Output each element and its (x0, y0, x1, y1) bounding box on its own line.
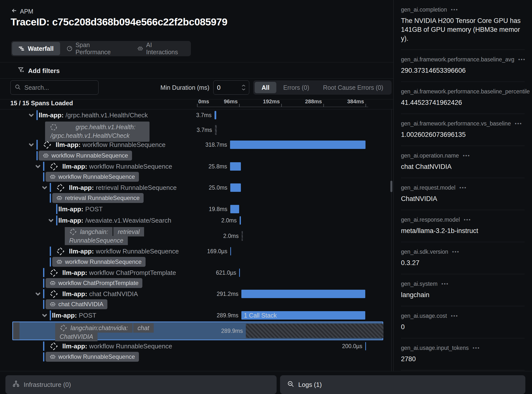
caret-down-icon[interactable] (35, 291, 41, 297)
attribute-options-button[interactable]: ••• (441, 281, 449, 287)
span-bar[interactable] (215, 125, 217, 135)
span-bar[interactable] (242, 231, 243, 241)
span-color-tick (50, 257, 51, 267)
span-bar[interactable] (240, 216, 241, 225)
segment-label: Errors (0) (283, 84, 309, 91)
resource-pill-label: chat ChatNVIDIA (58, 301, 103, 308)
span-bar[interactable] (215, 111, 216, 119)
axis-tick (323, 104, 324, 107)
waterfall-span-row[interactable]: llm-app:workflow RunnableSequence 169.0µ… (0, 246, 393, 257)
caret-down-icon[interactable] (28, 142, 34, 148)
span-color-tick (50, 183, 51, 192)
tab-waterfall[interactable]: Waterfall (12, 42, 60, 55)
attribute-options-button[interactable]: ••• (459, 185, 467, 191)
span-bar[interactable]: 1 Call Stack (241, 311, 365, 320)
back-link[interactable]: APM (11, 7, 33, 15)
caret-down-icon (28, 112, 34, 118)
waterfall-span-row[interactable]: llm-app:workflow RunnableSequence 200.0µ… (0, 341, 393, 352)
span-bar[interactable] (230, 141, 366, 149)
back-label: APM (20, 8, 33, 15)
caret-down-icon[interactable] (35, 163, 41, 169)
caret-down-icon[interactable] (42, 312, 48, 318)
waterfall-span-row[interactable]: llm-app:workflow RunnableSequence 25.8ms (0, 161, 393, 172)
waterfall-span-row[interactable]: llm-app:chat ChatNVIDIA 291.2ms (0, 288, 393, 299)
attribute-options-button[interactable]: ••• (518, 57, 526, 62)
attribute-options-button[interactable]: ••• (451, 313, 458, 319)
waterfall-selected-row[interactable]: langchain:chatnvidia: chat ChatNVIDIA 28… (0, 321, 393, 341)
waterfall-span-row[interactable]: llm-app:workflow ChatPromptTemplate 621.… (0, 267, 393, 278)
library-span-box[interactable]: grpc.health.v1.Health: /grpc.health.v1.H… (45, 122, 150, 142)
attribute-options-button[interactable]: ••• (464, 217, 471, 223)
span-bar[interactable] (246, 324, 383, 338)
waterfall-library-row[interactable]: grpc.health.v1.Health: /grpc.health.v1.H… (0, 121, 393, 139)
span-bar[interactable] (230, 247, 231, 255)
span-bar[interactable] (365, 342, 366, 350)
span-color-tick (56, 204, 57, 214)
attribute-key: gen_ai.sdk.version (401, 249, 448, 255)
library-span-line2: RunnableSequence (65, 236, 128, 245)
operation-box[interactable]: chat (133, 323, 154, 333)
span-bar[interactable] (230, 162, 241, 171)
resource-pill[interactable]: workflow RunnableSequence (46, 172, 139, 182)
span-duration: 2.0ms (223, 233, 239, 239)
waterfall-span-row[interactable]: llm-app:retrieval RunnableSequence 25.0m… (0, 182, 393, 193)
tab-ai-interactions[interactable]: AI Interactions (131, 42, 190, 55)
waterfall-span-row[interactable]: llm-app:/weaviate.v1.Weaviate/Search 2.0… (0, 215, 393, 226)
library-span-box[interactable]: langchain: (65, 227, 113, 236)
logs-button[interactable]: Logs (1) (280, 375, 525, 394)
number-stepper[interactable] (242, 85, 246, 90)
span-duration: 19.8ms (209, 206, 227, 213)
span-duration: 318.7ms (205, 142, 227, 148)
segment-root-cause-errors-0-[interactable]: Root Cause Errors (0) (316, 82, 390, 93)
attribute-options-button[interactable]: ••• (473, 345, 480, 351)
segment-all[interactable]: All (255, 82, 276, 93)
waterfall-pill-row: workflow RunnableSequence (0, 352, 393, 362)
resource-pill[interactable]: retrieval RunnableSequence (52, 193, 144, 203)
caret-down-icon[interactable] (48, 217, 54, 223)
attribute-key: gen_ai.framework.performance.baseline_av… (401, 56, 514, 63)
waterfall-span-row[interactable]: llm-app:POST 19.8ms (0, 203, 393, 215)
library-span-box[interactable]: langchain:chatnvidia: (55, 323, 133, 333)
tab-span-performance[interactable]: Span Performance (60, 42, 131, 55)
resource-pill[interactable]: workflow RunnableSequence (39, 151, 132, 161)
attribute-options-button[interactable]: ••• (452, 249, 460, 255)
waterfall-span-row[interactable]: llm-app:POST 289.9ms 1 Call Stack (0, 310, 393, 321)
waterfall-pill-row: chat ChatNVIDIA (0, 299, 393, 310)
waterfall-span-row[interactable]: llm-app:workflow RunnableSequence 318.7m… (0, 139, 393, 150)
attribute-key: gen_ai.completion (401, 6, 447, 13)
attribute-item: gen_ai.operation.name ••• chat ChatNVIDI… (401, 146, 525, 178)
span-bar[interactable] (230, 205, 239, 213)
search-box[interactable] (10, 80, 99, 95)
resource-pill[interactable]: workflow RunnableSequence (46, 352, 139, 362)
scrollbar-thumb[interactable] (390, 181, 392, 192)
span-name: llm-app:workflow RunnableSequence (56, 141, 166, 149)
waterfall-span-row[interactable]: llm-app:/grpc.health.v1.Health/Check 3.7… (0, 109, 393, 121)
robot-icon (50, 280, 56, 286)
waterfall-library-row[interactable]: langchain: retrieval RunnableSequence 2.… (0, 226, 393, 246)
library-span-name: langchain:chatnvidia: (70, 324, 128, 332)
attribute-value: meta/llama-3.2-1b-instruct (401, 226, 525, 235)
attribute-options-button[interactable]: ••• (515, 121, 522, 126)
caret-down-icon[interactable] (28, 112, 34, 118)
operation-box[interactable]: retrieval (113, 227, 144, 236)
segment-errors-0-[interactable]: Errors (0) (276, 82, 316, 93)
span-bar[interactable] (241, 290, 365, 298)
attribute-options-button[interactable]: ••• (451, 7, 458, 13)
library-span-resource-box[interactable]: ChatNVIDIA (55, 332, 98, 341)
span-bar[interactable] (239, 269, 240, 277)
library-span-line2: ChatNVIDIA (55, 332, 98, 341)
resource-pill[interactable]: workflow RunnableSequence (52, 257, 146, 267)
min-duration-input[interactable]: 0 (213, 80, 249, 95)
attribute-options-button[interactable]: ••• (463, 153, 470, 159)
library-span-resource-box[interactable]: RunnableSequence (65, 236, 128, 245)
span-bar[interactable] (230, 183, 241, 192)
robot-icon (50, 174, 56, 179)
resource-pill[interactable]: workflow ChatPromptTemplate (46, 278, 142, 288)
caret-down-icon[interactable] (42, 185, 48, 191)
search-input[interactable] (24, 84, 94, 91)
infrastructure-button[interactable]: Infrastructure (0) (5, 375, 277, 394)
resource-pill[interactable]: chat ChatNVIDIA (46, 299, 107, 309)
selected-span-row[interactable]: langchain:chatnvidia: chat ChatNVIDIA 28… (12, 322, 383, 340)
bottom-bar: Infrastructure (0) Logs (1) (0, 371, 532, 394)
add-filters-button[interactable]: Add filters (18, 67, 60, 75)
